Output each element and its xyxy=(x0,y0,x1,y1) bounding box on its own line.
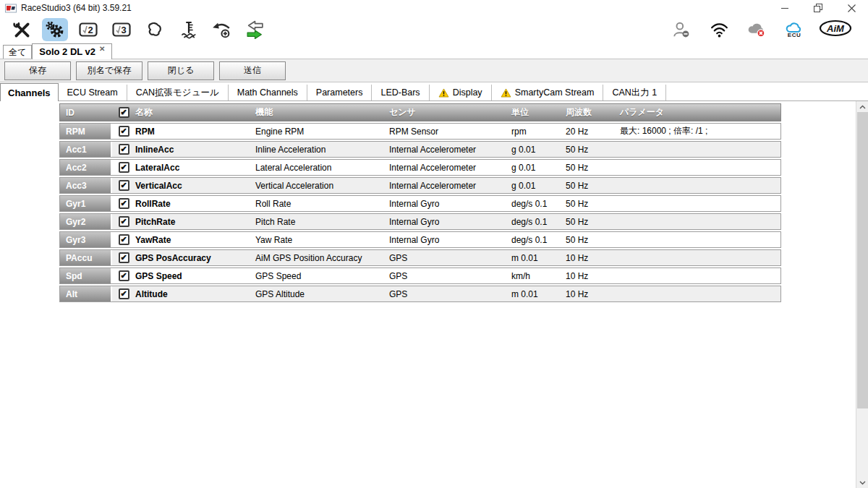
channel-row[interactable]: Acc2 LateralAcc Lateral Acceleration Int… xyxy=(59,159,781,176)
channel-row[interactable]: PAccu GPS PosAccuracy AiM GPS Position A… xyxy=(59,249,781,266)
device-tab[interactable]: LED-Bars xyxy=(372,85,429,100)
device-tab[interactable]: ECU Stream xyxy=(59,85,127,100)
channel-checkbox[interactable] xyxy=(119,144,129,155)
channel-frequency: 50 Hz xyxy=(566,145,620,155)
channel-name: GPS Speed xyxy=(135,271,255,281)
warning-icon xyxy=(438,88,449,98)
channel-name: Altitude xyxy=(135,289,255,299)
channel-row[interactable]: Acc1 InlineAcc Inline Acceleration Inter… xyxy=(59,141,781,158)
device-tab-label: SmartyCam Stream xyxy=(515,87,595,98)
aim-logo: AiM xyxy=(819,20,852,40)
channel-checkbox[interactable] xyxy=(119,216,129,227)
channel-frequency: 50 Hz xyxy=(566,181,620,191)
device-tab[interactable]: Display xyxy=(430,85,492,100)
device-tab[interactable]: Channels xyxy=(0,83,59,101)
channel-frequency: 10 Hz xyxy=(566,289,620,299)
action-button[interactable]: 別名で保存 xyxy=(76,61,142,80)
channel-id: Gyr3 xyxy=(60,232,112,247)
config-tab-label: 全て xyxy=(9,46,26,59)
tab-close-icon[interactable]: ✕ xyxy=(99,45,105,53)
device-tab-label: LED-Bars xyxy=(380,87,420,98)
wifi-icon[interactable] xyxy=(706,18,732,41)
device-tab[interactable]: Math Channels xyxy=(229,85,307,100)
scroll-down-icon[interactable] xyxy=(856,477,868,488)
device-tab-label: Parameters xyxy=(316,87,363,98)
analysis-rs3-icon[interactable]: 3 xyxy=(109,18,135,41)
channel-name: LateralAcc xyxy=(135,163,255,173)
scroll-up-icon[interactable] xyxy=(856,101,868,112)
device-tab-label: Channels xyxy=(8,87,51,98)
col-header-sensor: センサ xyxy=(389,106,511,119)
device-tab[interactable]: Parameters xyxy=(307,85,373,100)
minimize-button[interactable] xyxy=(768,0,801,16)
channel-unit: deg/s 0.1 xyxy=(511,235,566,245)
channel-sensor: Internal Gyro xyxy=(389,199,511,209)
action-button[interactable]: 保存 xyxy=(4,61,71,80)
channel-row[interactable]: Gyr1 RollRate Roll Rate Internal Gyro de… xyxy=(59,195,781,212)
channel-unit: km/h xyxy=(511,271,566,281)
col-header-frequency: 周波数 xyxy=(566,106,620,119)
channel-function: GPS Speed xyxy=(255,271,389,281)
channel-row[interactable]: RPM RPM Engine RPM RPM Sensor rpm 20 Hz … xyxy=(59,123,781,140)
channel-checkbox[interactable] xyxy=(119,198,129,209)
channel-name: PitchRate xyxy=(135,217,255,227)
channel-frequency: 10 Hz xyxy=(566,253,620,263)
channel-row[interactable]: Gyr3 YawRate Yaw Rate Internal Gyro deg/… xyxy=(59,231,781,248)
account-icon[interactable] xyxy=(668,18,694,41)
col-header-name: 名称 xyxy=(135,106,255,119)
channel-function: AiM GPS Position Accuracy xyxy=(255,253,389,263)
channel-checkbox[interactable] xyxy=(119,234,129,245)
tools-wrench-icon[interactable] xyxy=(9,18,35,41)
channels-table-body: RPM RPM Engine RPM RPM Sensor rpm 20 Hz … xyxy=(59,123,781,302)
channel-id: Spd xyxy=(60,268,112,283)
channel-frequency: 10 Hz xyxy=(566,271,620,281)
channel-row[interactable]: Alt Altitude GPS Altitude GPS m 0.01 10 … xyxy=(59,286,781,302)
add-device-icon[interactable] xyxy=(208,18,234,41)
header-checkbox[interactable] xyxy=(119,107,129,118)
channel-row[interactable]: Spd GPS Speed GPS Speed GPS km/h 10 Hz xyxy=(59,267,781,284)
channel-function: Vertical Acceleration xyxy=(255,181,389,191)
device-config-gear-icon[interactable] xyxy=(42,18,68,41)
main-toolbar: 2 3 xyxy=(0,16,868,43)
channel-checkbox[interactable] xyxy=(119,180,129,191)
channel-checkbox[interactable] xyxy=(119,288,129,299)
channel-id: Acc2 xyxy=(60,160,112,175)
channel-id: Acc1 xyxy=(60,142,112,157)
device-tab[interactable]: SmartyCam Stream xyxy=(492,85,604,100)
analysis-rs2-icon[interactable]: 2 xyxy=(75,18,101,41)
data-download-icon[interactable] xyxy=(242,18,268,41)
channel-unit: m 0.01 xyxy=(511,289,566,299)
channel-frequency: 50 Hz xyxy=(566,199,620,209)
content-area: ID 名称 機能 センサ 単位 周波数 パラメータ RPM RPM Engine… xyxy=(0,101,868,488)
fuel-level-icon[interactable] xyxy=(175,18,201,41)
channel-function: Lateral Acceleration xyxy=(255,163,389,173)
channel-checkbox[interactable] xyxy=(119,270,129,281)
channel-checkbox[interactable] xyxy=(119,162,129,173)
action-button[interactable]: 送信 xyxy=(219,61,286,80)
config-tab[interactable]: 全て xyxy=(3,45,32,59)
device-tab-label: CAN出力 1 xyxy=(612,87,657,99)
cloud-ecu-icon[interactable]: ECU xyxy=(781,18,807,41)
channel-function: GPS Altitude xyxy=(255,289,389,299)
channel-sensor: RPM Sensor xyxy=(389,127,511,137)
channel-checkbox[interactable] xyxy=(119,126,129,137)
device-tab[interactable]: CAN出力 1 xyxy=(603,85,666,100)
scrollbar-thumb[interactable] xyxy=(857,112,868,408)
channel-sensor: GPS xyxy=(389,271,511,281)
channel-row[interactable]: Gyr2 PitchRate Pitch Rate Internal Gyro … xyxy=(59,213,781,230)
track-manager-icon[interactable] xyxy=(142,18,168,41)
device-tab[interactable]: CAN拡張モジュール xyxy=(127,85,229,100)
config-tab[interactable]: Solo 2 DL v2 ✕ xyxy=(32,43,112,59)
config-tab-label: Solo 2 DL v2 xyxy=(39,46,95,57)
channel-function: Pitch Rate xyxy=(255,217,389,227)
close-button[interactable] xyxy=(835,0,868,16)
channel-id: Gyr2 xyxy=(60,214,112,229)
channel-row[interactable]: Acc3 VerticalAcc Vertical Acceleration I… xyxy=(59,177,781,194)
restore-button[interactable] xyxy=(801,0,835,16)
col-header-parameters: パラメータ xyxy=(620,106,780,119)
table-header-row: ID 名称 機能 センサ 単位 周波数 パラメータ xyxy=(59,103,781,121)
channel-checkbox[interactable] xyxy=(119,252,129,263)
action-button[interactable]: 閉じる xyxy=(148,61,214,80)
vertical-scrollbar[interactable] xyxy=(856,101,868,488)
cloud-offline-icon[interactable] xyxy=(744,18,770,41)
